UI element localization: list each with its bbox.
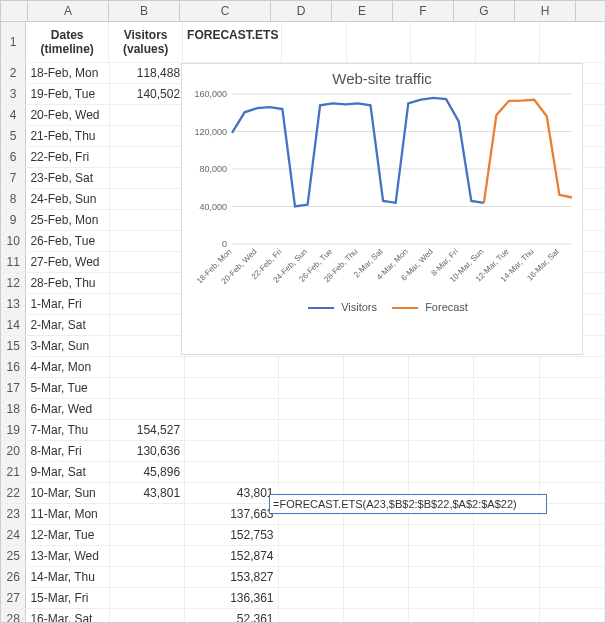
cell-E1[interactable] bbox=[347, 22, 412, 62]
cell-B18[interactable] bbox=[110, 399, 185, 419]
cell-A15[interactable]: 3-Mar, Sun bbox=[26, 336, 110, 356]
cell-E25[interactable] bbox=[344, 546, 409, 566]
row-header-11[interactable]: 11 bbox=[1, 252, 26, 272]
row-header-15[interactable]: 15 bbox=[1, 336, 26, 356]
cell-C18[interactable] bbox=[185, 399, 278, 419]
cell-G19[interactable] bbox=[474, 420, 539, 440]
cell-B21[interactable]: 45,896 bbox=[110, 462, 185, 482]
cell-B25[interactable] bbox=[110, 546, 185, 566]
cell-G21[interactable] bbox=[474, 462, 539, 482]
cell-C28[interactable]: 52,361 bbox=[185, 609, 278, 623]
cell-G24[interactable] bbox=[474, 525, 539, 545]
row-header-3[interactable]: 3 bbox=[1, 84, 26, 104]
cell-E28[interactable] bbox=[344, 609, 409, 623]
cell-A23[interactable]: 11-Mar, Mon bbox=[26, 504, 110, 524]
cell-C21[interactable] bbox=[185, 462, 278, 482]
cell-A26[interactable]: 14-Mar, Thu bbox=[26, 567, 110, 587]
col-header-B[interactable]: B bbox=[109, 1, 180, 21]
cell-D19[interactable] bbox=[279, 420, 344, 440]
cell-B15[interactable] bbox=[110, 336, 185, 356]
cell-C26[interactable]: 153,827 bbox=[185, 567, 278, 587]
cell-D1[interactable] bbox=[282, 22, 347, 62]
cell-C19[interactable] bbox=[185, 420, 278, 440]
cell-A21[interactable]: 9-Mar, Sat bbox=[26, 462, 110, 482]
cell-B27[interactable] bbox=[110, 588, 185, 608]
cell-B1[interactable]: Visitors(values) bbox=[109, 22, 183, 62]
cell-A8[interactable]: 24-Feb, Sun bbox=[26, 189, 110, 209]
cell-F19[interactable] bbox=[409, 420, 474, 440]
cell-C27[interactable]: 136,361 bbox=[185, 588, 278, 608]
cell-B19[interactable]: 154,527 bbox=[110, 420, 185, 440]
row-header-5[interactable]: 5 bbox=[1, 126, 26, 146]
col-header-H[interactable]: H bbox=[515, 1, 576, 21]
cell-G16[interactable] bbox=[474, 357, 539, 377]
cell-H27[interactable] bbox=[540, 588, 605, 608]
row-header-19[interactable]: 19 bbox=[1, 420, 26, 440]
cell-A10[interactable]: 26-Feb, Tue bbox=[26, 231, 110, 251]
cell-G1[interactable] bbox=[476, 22, 541, 62]
cell-B16[interactable] bbox=[110, 357, 185, 377]
cell-A28[interactable]: 16-Mar, Sat bbox=[26, 609, 110, 623]
col-header-G[interactable]: G bbox=[454, 1, 515, 21]
cell-F17[interactable] bbox=[409, 378, 474, 398]
cell-B23[interactable] bbox=[110, 504, 185, 524]
cell-B17[interactable] bbox=[110, 378, 185, 398]
cell-A9[interactable]: 25-Feb, Mon bbox=[26, 210, 110, 230]
cell-E19[interactable] bbox=[344, 420, 409, 440]
cell-G17[interactable] bbox=[474, 378, 539, 398]
cell-A25[interactable]: 13-Mar, Wed bbox=[26, 546, 110, 566]
cell-B10[interactable] bbox=[110, 231, 185, 251]
cell-B20[interactable]: 130,636 bbox=[110, 441, 185, 461]
cell-A12[interactable]: 28-Feb, Thu bbox=[26, 273, 110, 293]
cell-A17[interactable]: 5-Mar, Tue bbox=[26, 378, 110, 398]
col-header-C[interactable]: C bbox=[180, 1, 271, 21]
cell-B26[interactable] bbox=[110, 567, 185, 587]
cell-B5[interactable] bbox=[110, 126, 185, 146]
cell-H24[interactable] bbox=[540, 525, 605, 545]
row-header-27[interactable]: 27 bbox=[1, 588, 26, 608]
row-header-21[interactable]: 21 bbox=[1, 462, 26, 482]
cell-H16[interactable] bbox=[540, 357, 605, 377]
cell-G26[interactable] bbox=[474, 567, 539, 587]
row-header-13[interactable]: 13 bbox=[1, 294, 26, 314]
row-header-8[interactable]: 8 bbox=[1, 189, 26, 209]
row-header-24[interactable]: 24 bbox=[1, 525, 26, 545]
cell-A20[interactable]: 8-Mar, Fri bbox=[26, 441, 110, 461]
cell-H25[interactable] bbox=[540, 546, 605, 566]
row-header-7[interactable]: 7 bbox=[1, 168, 26, 188]
col-header-D[interactable]: D bbox=[271, 1, 332, 21]
row-header-10[interactable]: 10 bbox=[1, 231, 26, 251]
cell-B11[interactable] bbox=[110, 252, 185, 272]
cell-H21[interactable] bbox=[540, 462, 605, 482]
cell-B2[interactable]: 118,488 bbox=[110, 63, 185, 83]
row-header-4[interactable]: 4 bbox=[1, 105, 26, 125]
row-header-23[interactable]: 23 bbox=[1, 504, 26, 524]
cell-D21[interactable] bbox=[279, 462, 344, 482]
cell-G25[interactable] bbox=[474, 546, 539, 566]
cell-H28[interactable] bbox=[540, 609, 605, 623]
cell-A27[interactable]: 15-Mar, Fri bbox=[26, 588, 110, 608]
cell-F25[interactable] bbox=[409, 546, 474, 566]
cell-H22[interactable] bbox=[540, 483, 605, 503]
row-header-16[interactable]: 16 bbox=[1, 357, 26, 377]
cell-F24[interactable] bbox=[409, 525, 474, 545]
row-header-12[interactable]: 12 bbox=[1, 273, 26, 293]
col-header-F[interactable]: F bbox=[393, 1, 454, 21]
cell-F1[interactable] bbox=[411, 22, 476, 62]
cell-B8[interactable] bbox=[110, 189, 185, 209]
cell-B6[interactable] bbox=[110, 147, 185, 167]
cell-G18[interactable] bbox=[474, 399, 539, 419]
cell-F28[interactable] bbox=[409, 609, 474, 623]
cell-B22[interactable]: 43,801 bbox=[110, 483, 185, 503]
cell-A22[interactable]: 10-Mar, Sun bbox=[26, 483, 110, 503]
cell-E21[interactable] bbox=[344, 462, 409, 482]
cell-F20[interactable] bbox=[409, 441, 474, 461]
row-header-26[interactable]: 26 bbox=[1, 567, 26, 587]
cell-C24[interactable]: 152,753 bbox=[185, 525, 278, 545]
cell-B24[interactable] bbox=[110, 525, 185, 545]
select-all-corner[interactable] bbox=[1, 1, 28, 21]
row-header-9[interactable]: 9 bbox=[1, 210, 26, 230]
cell-A3[interactable]: 19-Feb, Tue bbox=[26, 84, 110, 104]
cell-H18[interactable] bbox=[540, 399, 605, 419]
cell-A13[interactable]: 1-Mar, Fri bbox=[26, 294, 110, 314]
